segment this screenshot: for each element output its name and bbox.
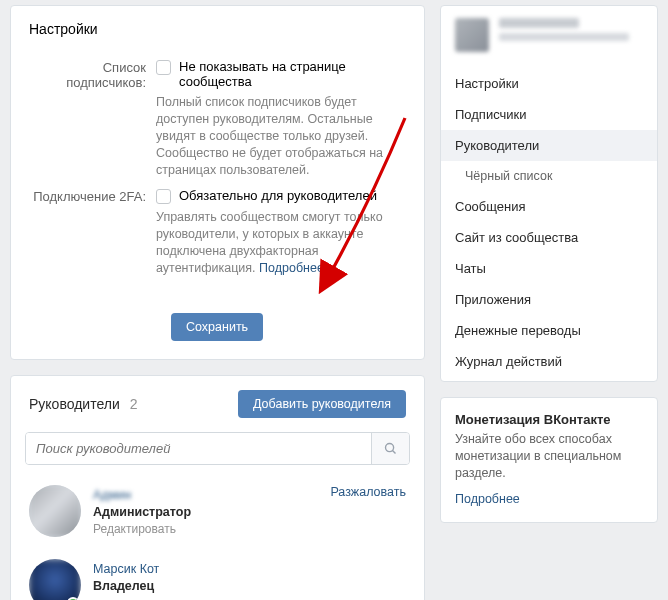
sidebar-item[interactable]: Настройки (441, 68, 657, 99)
manager-name[interactable]: Марсик Кот (93, 562, 159, 576)
sidebar-item[interactable]: Сайт из сообщества (441, 222, 657, 253)
monetization-description: Узнайте обо всех способах монетизации в … (455, 431, 643, 482)
add-manager-button[interactable]: Добавить руководителя (238, 390, 406, 418)
community-header-card: НастройкиПодписчикиРуководителиЧёрный сп… (440, 5, 658, 382)
community-avatar[interactable] (455, 18, 489, 52)
managers-card: Руководители 2 Добавить руководителя Адм… (10, 375, 425, 600)
two-fa-label: Подключение 2FA: (26, 188, 156, 277)
monetization-title: Монетизация ВКонтакте (455, 412, 643, 427)
manager-role: Администратор (93, 505, 406, 519)
settings-card: Настройки Список подписчиков: Не показыв… (10, 5, 425, 360)
manager-search-input[interactable] (26, 433, 371, 464)
settings-title: Настройки (11, 6, 424, 49)
svg-point-0 (386, 443, 394, 451)
two-fa-description: Управлять сообществом смогут только руко… (156, 209, 406, 277)
sidebar-item[interactable]: Чаты (441, 253, 657, 284)
sidebar-nav: НастройкиПодписчикиРуководителиЧёрный сп… (441, 64, 657, 381)
subscribers-hide-checkbox[interactable] (156, 60, 171, 75)
subscribers-label: Список подписчиков: (26, 59, 156, 178)
manager-role: Владелец (93, 579, 406, 593)
subscribers-description: Полный список подписчиков будет доступен… (156, 94, 406, 178)
manager-row: Марсик Кот Владелец (11, 551, 424, 600)
manager-search (25, 432, 410, 465)
manager-edit-link[interactable]: Редактировать (93, 522, 406, 536)
monetization-card: Монетизация ВКонтакте Узнайте обо всех с… (440, 397, 658, 523)
two-fa-more-link[interactable]: Подробнее (259, 261, 324, 275)
sidebar-item[interactable]: Приложения (441, 284, 657, 315)
two-fa-checkbox-label: Обязательно для руководителей (179, 188, 377, 203)
managers-count: 2 (130, 396, 138, 412)
manager-search-button[interactable] (371, 433, 409, 464)
save-button[interactable]: Сохранить (171, 313, 263, 341)
sidebar-item[interactable]: Журнал действий (441, 346, 657, 377)
manager-name[interactable]: Админ (93, 488, 131, 502)
two-fa-checkbox[interactable] (156, 189, 171, 204)
demote-link[interactable]: Разжаловать (330, 485, 406, 499)
community-name-block (499, 18, 643, 41)
avatar[interactable] (29, 485, 81, 537)
svg-line-1 (393, 450, 396, 453)
subscribers-setting: Список подписчиков: Не показывать на стр… (76, 59, 406, 178)
manager-row: Админ Администратор Редактировать Разжал… (11, 477, 424, 551)
sidebar-item[interactable]: Сообщения (441, 191, 657, 222)
monetization-link[interactable]: Подробнее (455, 492, 520, 506)
subscribers-checkbox-label: Не показывать на странице сообщества (179, 59, 406, 89)
two-fa-setting: Подключение 2FA: Обязательно для руковод… (76, 188, 406, 277)
sidebar-item[interactable]: Подписчики (441, 99, 657, 130)
avatar[interactable] (29, 559, 81, 600)
sidebar-item[interactable]: Чёрный список (441, 161, 657, 191)
search-icon (383, 441, 398, 456)
sidebar-item[interactable]: Руководители (441, 130, 657, 161)
sidebar-item[interactable]: Денежные переводы (441, 315, 657, 346)
managers-title: Руководители 2 (29, 396, 137, 412)
